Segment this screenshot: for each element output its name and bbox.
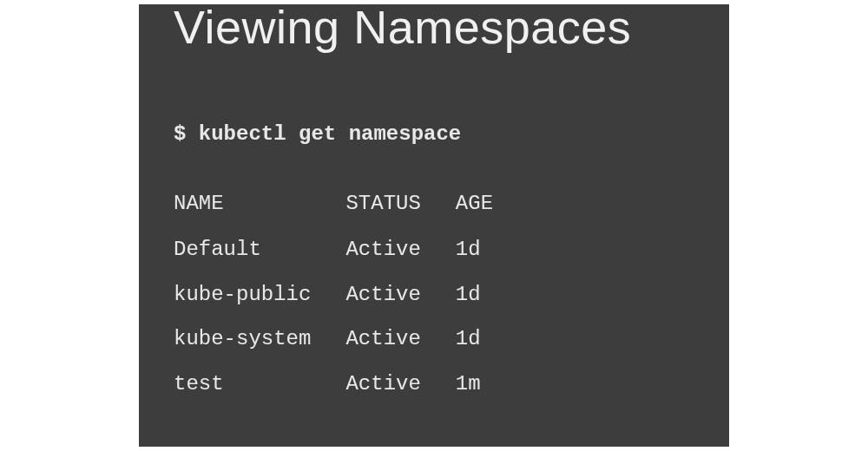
cell-status: Active <box>345 364 455 404</box>
table-row: kube-system Active 1d <box>174 319 528 359</box>
table-header-row: NAME STATUS AGE <box>174 184 528 226</box>
cell-status: Active <box>345 230 455 270</box>
cell-age: 1d <box>456 275 528 315</box>
namespace-table: NAME STATUS AGE Default Active 1d kube-p… <box>174 179 528 409</box>
cell-age: 1m <box>456 364 528 404</box>
slide-title: Viewing Namespaces <box>174 4 694 54</box>
cell-age: 1d <box>456 230 528 270</box>
command-line: $ kubectl get namespace <box>174 114 694 154</box>
cell-status: Active <box>345 319 455 359</box>
cell-age: 1d <box>456 319 528 359</box>
terminal-output: $ kubectl get namespace NAME STATUS AGE … <box>174 114 694 409</box>
shell-prompt: $ <box>174 122 186 146</box>
cell-status: Active <box>345 275 455 315</box>
table-row: Default Active 1d <box>174 230 528 270</box>
header-status: STATUS <box>345 184 455 226</box>
shell-command: kubectl get namespace <box>199 122 461 146</box>
cell-name: kube-public <box>174 275 345 315</box>
header-age: AGE <box>456 184 528 226</box>
header-name: NAME <box>174 184 345 226</box>
cell-name: kube-system <box>174 319 345 359</box>
cell-name: Default <box>174 230 345 270</box>
table-row: kube-public Active 1d <box>174 275 528 315</box>
slide: Viewing Namespaces $ kubectl get namespa… <box>139 4 729 447</box>
table-row: test Active 1m <box>174 364 528 404</box>
cell-name: test <box>174 364 345 404</box>
